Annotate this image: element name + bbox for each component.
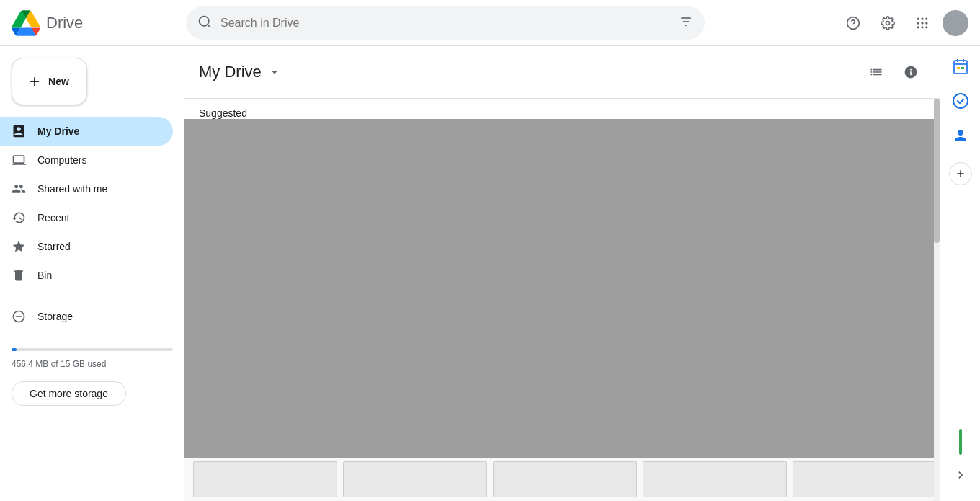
sidebar-item-label: Shared with me xyxy=(37,183,107,195)
svg-line-1 xyxy=(208,24,210,27)
storage-section: 456.4 MB of 15 GB used xyxy=(0,331,184,376)
svg-point-10 xyxy=(925,17,927,19)
main-layout: + New My Drive Computers xyxy=(0,46,980,501)
app-title: Drive xyxy=(46,14,83,32)
svg-point-8 xyxy=(917,17,919,19)
avatar[interactable] xyxy=(943,10,968,36)
sidebar-item-recent[interactable]: Recent xyxy=(0,203,173,232)
bin-icon xyxy=(12,268,26,283)
add-apps-button[interactable] xyxy=(949,162,972,185)
content-header: My Drive xyxy=(184,46,940,99)
sidebar-item-label: Recent xyxy=(37,212,69,223)
svg-point-11 xyxy=(917,22,919,24)
chevron-right-button[interactable] xyxy=(946,461,975,489)
contacts-icon xyxy=(952,127,969,144)
scrollbar-thumb[interactable] xyxy=(934,99,940,243)
file-thumbnail[interactable] xyxy=(193,461,337,497)
sidebar-item-computers[interactable]: Computers xyxy=(0,146,173,174)
search-icon xyxy=(197,14,212,32)
list-view-button[interactable] xyxy=(862,58,891,87)
google-tasks-button[interactable] xyxy=(946,87,975,115)
tasks-icon xyxy=(952,92,969,110)
apps-button[interactable] xyxy=(908,9,937,37)
plus-icon xyxy=(955,168,966,179)
list-view-icon xyxy=(869,65,883,79)
shared-icon xyxy=(12,182,26,196)
svg-rect-22 xyxy=(961,67,964,69)
my-drive-icon xyxy=(12,124,26,138)
sidebar-item-label: My Drive xyxy=(37,125,79,137)
sidebar-item-my-drive[interactable]: My Drive xyxy=(0,117,173,146)
sidebar-item-starred[interactable]: Starred xyxy=(0,232,173,261)
svg-point-12 xyxy=(921,22,923,24)
panel-divider xyxy=(949,156,972,156)
storage-bar-fill xyxy=(12,348,17,351)
starred-icon xyxy=(12,239,26,254)
storage-text: 456.4 MB of 15 GB used xyxy=(12,359,106,369)
thumbnail-strip xyxy=(184,458,940,501)
svg-point-14 xyxy=(917,26,919,28)
green-accent-bar xyxy=(959,429,962,455)
settings-button[interactable] xyxy=(873,9,902,37)
google-calendar-button[interactable] xyxy=(946,52,975,81)
drive-title[interactable]: My Drive xyxy=(199,63,282,81)
help-button[interactable] xyxy=(839,9,868,37)
svg-rect-17 xyxy=(954,61,967,74)
get-more-storage-button[interactable]: Get more storage xyxy=(12,381,126,406)
sidebar-item-label: Storage xyxy=(37,311,73,322)
google-contacts-button[interactable] xyxy=(946,121,975,150)
google-drive-logo xyxy=(12,9,40,37)
content-body: Suggested xyxy=(184,99,940,501)
sidebar: + New My Drive Computers xyxy=(0,46,184,501)
plus-icon: + xyxy=(30,71,40,92)
file-thumbnail[interactable] xyxy=(643,461,787,497)
file-thumbnail[interactable] xyxy=(343,461,487,497)
scrollbar-track xyxy=(934,99,940,501)
info-icon xyxy=(904,65,918,79)
svg-point-13 xyxy=(925,22,927,24)
svg-point-16 xyxy=(925,26,927,28)
search-input[interactable] xyxy=(220,17,670,30)
svg-point-23 xyxy=(953,94,968,108)
file-thumbnail[interactable] xyxy=(493,461,637,497)
sidebar-item-storage[interactable]: Storage xyxy=(0,302,173,331)
info-button[interactable] xyxy=(896,58,925,87)
sidebar-item-bin[interactable]: Bin xyxy=(0,261,173,290)
sidebar-item-shared-with-me[interactable]: Shared with me xyxy=(0,174,173,203)
logo-area: Drive xyxy=(12,9,177,37)
computers-icon xyxy=(12,153,26,167)
storage-bar-background xyxy=(12,348,173,351)
calendar-icon xyxy=(952,58,969,75)
file-preview-area xyxy=(184,119,940,501)
svg-point-9 xyxy=(921,17,923,19)
sidebar-item-label: Starred xyxy=(37,241,71,252)
content-area: My Drive Suggested xyxy=(184,46,940,501)
svg-point-15 xyxy=(921,26,923,28)
svg-rect-21 xyxy=(957,67,960,69)
app-header: Drive xyxy=(0,0,980,46)
svg-point-7 xyxy=(886,21,890,25)
chevron-down-icon xyxy=(267,65,282,79)
new-button-label: New xyxy=(48,76,69,87)
recent-icon xyxy=(12,210,26,225)
new-button[interactable]: + New xyxy=(12,58,87,105)
storage-icon xyxy=(12,309,26,324)
right-panel xyxy=(940,46,980,501)
chevron-right-icon xyxy=(953,468,968,482)
header-actions xyxy=(862,58,925,87)
sidebar-item-label: Bin xyxy=(37,270,52,281)
header-icons xyxy=(839,9,968,37)
file-thumbnail[interactable] xyxy=(793,461,937,497)
filter-icon[interactable] xyxy=(679,14,693,32)
drive-title-text: My Drive xyxy=(199,63,262,81)
sidebar-item-label: Computers xyxy=(37,154,86,166)
search-bar[interactable] xyxy=(186,6,705,40)
svg-point-0 xyxy=(200,16,209,25)
